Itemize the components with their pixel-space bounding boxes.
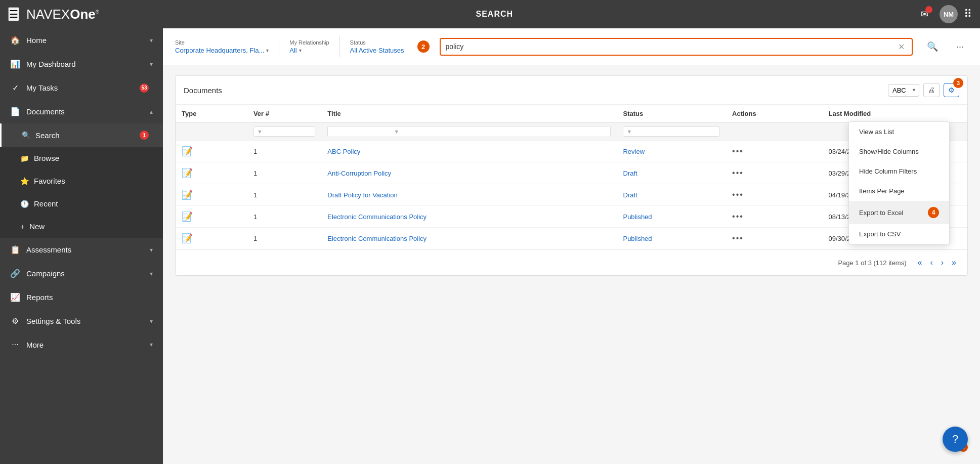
actions-dots-2[interactable]: •••: [732, 168, 744, 177]
menu-item-export-to-csv[interactable]: Export to CSV: [849, 224, 949, 244]
sidebar-item-dashboard[interactable]: 📊 My Dashboard ▾: [0, 52, 163, 76]
status-filter: Status All Active Statuses: [350, 39, 404, 54]
word-doc-icon-2: 📝: [182, 168, 193, 178]
documents-panel-header: Documents ABC Date Title 🖨 ⚙ 3: [176, 76, 967, 105]
doc-link-2[interactable]: Anti-Corruption Policy: [327, 170, 391, 177]
search-more-button[interactable]: ···: [952, 39, 968, 54]
row-type-1: 📝: [176, 141, 247, 162]
sidebar-item-favorites[interactable]: ⭐ Favorites: [0, 170, 163, 192]
col-status: Status: [617, 105, 726, 123]
page-last-button[interactable]: »: [949, 256, 959, 269]
col-actions: Actions: [726, 105, 822, 123]
doc-link-5[interactable]: Electronic Communications Policy: [327, 235, 427, 242]
word-doc-icon-1: 📝: [182, 146, 193, 156]
sort-select[interactable]: ABC Date Title: [888, 84, 919, 97]
settings-icon: ⚙: [10, 316, 20, 326]
sidebar-item-search[interactable]: 🔍 Search 1: [0, 123, 163, 147]
search-clear-button[interactable]: ✕: [896, 42, 907, 52]
page-first-button[interactable]: «: [915, 256, 925, 269]
col-ver: Ver #: [247, 105, 321, 123]
avatar-button[interactable]: NM: [940, 5, 958, 23]
actions-dots-1[interactable]: •••: [732, 147, 744, 155]
actions-dots-5[interactable]: •••: [732, 234, 744, 242]
row-status-5: Published: [617, 228, 726, 249]
ver-filter-wrap: ▼: [253, 126, 315, 137]
row-type-5: 📝: [176, 228, 247, 249]
sidebar-item-recent[interactable]: 🕐 Recent: [0, 192, 163, 215]
sidebar-label-assessments: Assessments: [26, 245, 150, 254]
filter-type: [176, 123, 247, 141]
sidebar-item-assessments[interactable]: 📋 Assessments ▾: [0, 238, 163, 262]
relationship-value-row: All ▾: [289, 47, 329, 54]
sidebar-item-reports[interactable]: 📈 Reports: [0, 285, 163, 309]
sidebar-label-settings: Settings & Tools: [26, 317, 150, 325]
search-badge: 1: [140, 131, 149, 140]
doc-link-1[interactable]: ABC Policy: [327, 148, 360, 155]
sidebar-item-documents[interactable]: 📄 Documents ▴: [0, 100, 163, 123]
actions-dots-4[interactable]: •••: [732, 212, 744, 221]
sidebar-item-more[interactable]: ··· More ▾: [0, 333, 163, 356]
sidebar-label-browse: Browse: [34, 154, 153, 162]
relationship-label: My Relationship: [289, 39, 329, 46]
row-status-4: Published: [617, 206, 726, 228]
hamburger-button[interactable]: ☰: [8, 7, 19, 21]
documents-submenu: 🔍 Search 1 📁 Browse ⭐ Favorites 🕐 Recent…: [0, 123, 163, 238]
filter-actions: [726, 123, 822, 141]
status-filter-wrap: ▼: [623, 126, 720, 137]
status-draft-3: Draft: [623, 191, 637, 199]
sidebar-item-campaigns[interactable]: 🔗 Campaigns ▾: [0, 262, 163, 285]
sidebar-item-home[interactable]: 🏠 Home ▾: [0, 28, 163, 52]
browse-icon: 📁: [20, 154, 29, 162]
chevron-icon-home: ▾: [150, 37, 153, 44]
documents-icon: 📄: [10, 107, 20, 116]
relationship-filter: My Relationship All ▾: [289, 39, 329, 54]
chevron-icon-campaigns: ▾: [150, 270, 153, 277]
sidebar-item-settings[interactable]: ⚙ Settings & Tools ▾: [0, 309, 163, 333]
search-header: Site Corporate Headquarters, Fla... ▾ My…: [163, 28, 980, 65]
page-next-button[interactable]: ›: [938, 256, 947, 269]
app-grid-button[interactable]: ⠿: [964, 8, 972, 21]
search-input-wrap: ✕: [440, 38, 913, 56]
menu-item-export-to-excel[interactable]: Export to Excel 4: [849, 201, 949, 224]
search-go-button[interactable]: 🔍: [923, 39, 942, 54]
documents-title: Documents: [184, 86, 222, 95]
row-title-4: Electronic Communications Policy: [321, 206, 617, 228]
menu-item-view-as-list[interactable]: View as List: [849, 122, 949, 142]
row-title-2: Anti-Corruption Policy: [321, 162, 617, 184]
campaigns-icon: 🔗: [10, 269, 20, 278]
sidebar-label-recent: Recent: [34, 199, 153, 208]
actions-dots-3[interactable]: •••: [732, 190, 744, 199]
dashboard-icon: 📊: [10, 59, 20, 69]
ver-filter-icon: ▼: [257, 129, 263, 135]
menu-item-items-per-page[interactable]: Items Per Page: [849, 181, 949, 201]
sidebar-item-tasks[interactable]: ✓ My Tasks 53: [0, 76, 163, 100]
filter-divider-1: [279, 36, 279, 57]
sidebar-label-documents: Documents: [26, 107, 150, 116]
page-prev-button[interactable]: ‹: [927, 256, 935, 269]
main-layout: 🏠 Home ▾ 📊 My Dashboard ▾ ✓ My Tasks 53 …: [0, 28, 980, 464]
sidebar-label-campaigns: Campaigns: [26, 269, 150, 278]
menu-item-hide-column-filters[interactable]: Hide Column Filters: [849, 161, 949, 181]
title-filter-input[interactable]: [331, 128, 392, 135]
help-button[interactable]: ?: [943, 427, 968, 452]
notification-button[interactable]: ✉: [915, 5, 933, 23]
search-sidebar-icon: 🔍: [22, 131, 30, 139]
doc-link-4[interactable]: Electronic Communications Policy: [327, 213, 427, 221]
row-status-2: Draft: [617, 162, 726, 184]
status-published-5: Published: [623, 235, 652, 242]
sidebar-item-browse[interactable]: 📁 Browse: [0, 147, 163, 170]
site-value-row: Corporate Headquarters, Fla... ▾: [175, 47, 269, 54]
search-input[interactable]: [446, 43, 896, 51]
doc-link-3[interactable]: Draft Policy for Vacation: [327, 191, 397, 199]
menu-item-show-hide-columns[interactable]: Show/Hide Columns: [849, 142, 949, 161]
sidebar-item-new[interactable]: + New: [0, 215, 163, 238]
sort-wrap: ABC Date Title: [888, 84, 919, 97]
title-filter-icon: ▼: [394, 129, 399, 135]
filter-status: ▼: [617, 123, 726, 141]
home-icon: 🏠: [10, 35, 20, 45]
status-label: Status: [350, 39, 404, 46]
row-type-3: 📝: [176, 184, 247, 206]
tasks-icon: ✓: [10, 83, 20, 93]
print-button[interactable]: 🖨: [923, 83, 940, 97]
row-ver-4: 1: [247, 206, 321, 228]
